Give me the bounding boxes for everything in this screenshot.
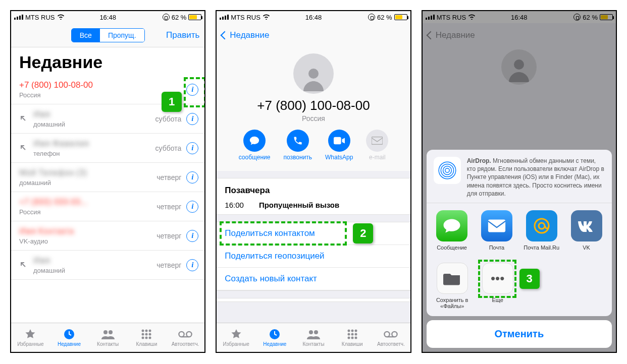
svg-point-30 xyxy=(385,332,390,337)
clock-icon xyxy=(62,328,76,340)
nav-bar: Недавние xyxy=(217,23,410,47)
call-date: суббота xyxy=(155,144,182,152)
svg-point-25 xyxy=(351,333,353,336)
outgoing-icon xyxy=(19,261,28,270)
messages-icon xyxy=(436,210,467,241)
share-apps-row[interactable]: Сообщение Почта Почта Mail.Ru xyxy=(427,203,612,256)
svg-point-20 xyxy=(314,330,318,334)
info-icon[interactable]: i xyxy=(186,84,198,96)
clock-label: 16:48 xyxy=(99,14,116,21)
info-icon[interactable]: i xyxy=(186,113,198,125)
call-row[interactable]: Имя Контакта VK-аудио четверг i xyxy=(11,221,204,251)
call-row[interactable]: Имя Фамилия телефон суббота i xyxy=(11,134,204,163)
create-contact-button[interactable]: Создать новый контакт xyxy=(217,268,410,290)
call-date: четверг xyxy=(156,232,181,240)
svg-point-39 xyxy=(535,219,549,233)
svg-point-37 xyxy=(439,162,456,179)
recents-list[interactable]: +7 (800) 100-08-00 Россия i Имя домашний… xyxy=(11,75,204,323)
call-sub: телефон xyxy=(33,150,155,157)
call-name: +7 (800) 000-00... xyxy=(19,197,156,207)
call-row[interactable]: +7 (800) 000-00... Россия четверг i xyxy=(11,192,204,221)
svg-point-27 xyxy=(347,337,350,339)
call-row[interactable]: Мой Телефон (3) домашний четверг i xyxy=(11,163,204,192)
info-icon[interactable]: i xyxy=(186,142,198,154)
action-label: WhatsApp xyxy=(325,154,353,161)
edit-button[interactable]: Править xyxy=(164,30,199,40)
orientation-lock-icon xyxy=(163,14,170,21)
tab-keypad[interactable]: Клавиши xyxy=(333,323,372,352)
info-icon[interactable]: i xyxy=(186,201,198,213)
tab-bar: Избранные Недавние Контакты Клавиши Авто… xyxy=(217,323,410,352)
avatar-icon xyxy=(293,53,334,94)
action-message[interactable]: сообщение xyxy=(239,130,271,161)
svg-point-8 xyxy=(149,333,151,336)
action-more[interactable]: ••• Еще 3 xyxy=(475,263,520,309)
contacts-icon xyxy=(101,328,115,340)
action-label: Еще xyxy=(492,297,503,303)
mailru-icon xyxy=(526,210,557,241)
info-icon[interactable]: i xyxy=(186,171,198,184)
log-row: 16:00 Пропущенный вызов xyxy=(217,198,410,214)
screen-contact-detail: MTS RUS 16:48 62 % Недавние +7 (800) 100… xyxy=(216,10,411,353)
tab-recents[interactable]: Недавние xyxy=(50,323,89,352)
action-call[interactable]: позвонить xyxy=(283,130,312,161)
signal-icon xyxy=(220,15,229,20)
extra-block xyxy=(217,298,410,302)
seg-missed[interactable]: Пропущ. xyxy=(100,29,144,42)
log-time: 16:00 xyxy=(225,201,244,209)
nav-bar: Все Пропущ. Править xyxy=(11,23,204,47)
share-location-button[interactable]: Поделиться геопозицией xyxy=(217,245,410,268)
airdrop-section: AirDrop. Мгновенный обмен данными с теми… xyxy=(427,150,612,203)
call-name: Мой Телефон (3) xyxy=(19,168,156,178)
tab-contacts[interactable]: Контакты xyxy=(294,323,333,352)
app-vk[interactable]: VK xyxy=(564,210,609,251)
battery-label: 62 % xyxy=(377,14,392,21)
tab-contacts[interactable]: Контакты xyxy=(88,323,127,352)
cancel-button[interactable]: Отменить xyxy=(427,320,612,348)
app-messages[interactable]: Сообщение xyxy=(430,210,475,251)
call-sub: Россия xyxy=(19,91,181,99)
chevron-left-icon xyxy=(221,31,229,40)
action-save-files[interactable]: Сохранить в «Файлы» xyxy=(430,263,475,309)
star-icon xyxy=(23,328,37,340)
tab-favorites[interactable]: Избранные xyxy=(11,323,50,352)
call-name: Имя xyxy=(33,109,155,119)
info-icon[interactable]: i xyxy=(186,230,198,242)
call-row[interactable]: Имя домашний четверг i xyxy=(11,251,204,280)
app-mailru[interactable]: Почта Mail.Ru xyxy=(519,210,564,251)
contacts-icon xyxy=(306,328,321,340)
info-icon[interactable]: i xyxy=(186,259,198,271)
tab-favorites[interactable]: Избранные xyxy=(217,323,255,352)
outgoing-icon xyxy=(19,114,28,124)
share-contact-button[interactable]: Поделиться контактом xyxy=(217,222,410,245)
tab-label: Контакты xyxy=(302,341,324,347)
tab-voicemail[interactable]: Автоответч. xyxy=(166,323,205,352)
back-button[interactable]: Недавние xyxy=(222,30,269,40)
seg-all[interactable]: Все xyxy=(72,29,100,42)
app-label: Почта xyxy=(489,245,505,251)
svg-rect-17 xyxy=(372,137,383,145)
tab-label: Недавние xyxy=(263,341,286,347)
svg-point-28 xyxy=(351,337,353,339)
phone-icon xyxy=(287,130,309,152)
tab-keypad[interactable]: Клавиши xyxy=(127,323,166,352)
status-bar: MTS RUS 16:48 62 % xyxy=(217,11,410,23)
call-sub: домашний xyxy=(33,267,156,274)
svg-point-23 xyxy=(354,330,357,332)
share-actions-row[interactable]: Сохранить в «Файлы» ••• Еще 3 xyxy=(427,256,612,316)
action-whatsapp[interactable]: WhatsApp xyxy=(325,130,353,161)
wifi-icon xyxy=(263,14,270,21)
log-type: Пропущенный вызов xyxy=(259,201,339,209)
tab-recents[interactable]: Недавние xyxy=(255,323,294,352)
orientation-lock-icon xyxy=(368,14,375,21)
svg-point-1 xyxy=(103,330,108,334)
callout-1-badge: 1 xyxy=(162,92,182,112)
svg-point-40 xyxy=(539,223,545,229)
app-mail[interactable]: Почта xyxy=(474,210,519,251)
signal-icon xyxy=(14,15,23,20)
segmented-control[interactable]: Все Пропущ. xyxy=(71,28,145,42)
svg-point-2 xyxy=(109,330,113,334)
svg-point-12 xyxy=(179,332,184,337)
tab-voicemail[interactable]: Автоответч. xyxy=(372,323,410,352)
more-icon: ••• xyxy=(482,263,513,294)
